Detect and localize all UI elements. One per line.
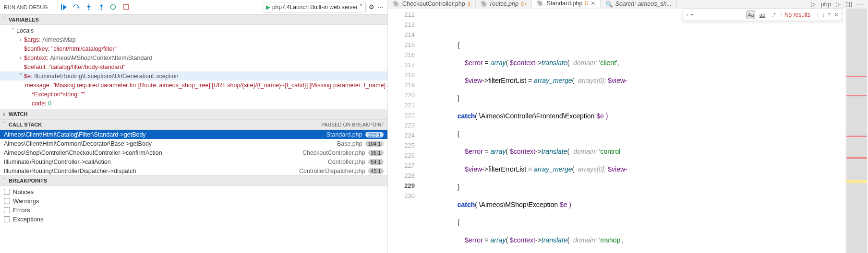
svg-point-0 (77, 7, 79, 8)
step-out-icon[interactable] (96, 2, 106, 12)
find-results: No results (781, 12, 813, 18)
previous-match-icon[interactable]: ↑ (816, 12, 819, 18)
launch-config-select[interactable]: ▶ php7.4Launch Built-in web server ˅ (263, 2, 366, 12)
step-into-icon[interactable] (84, 2, 94, 12)
php-icon[interactable]: php (820, 0, 831, 8)
var-default[interactable]: $default: "catalog/filter/body-standard" (0, 62, 387, 71)
bp-checkbox[interactable] (4, 189, 10, 195)
tab-search[interactable]: 🔍Search: aimeos_sh... (601, 0, 677, 8)
svg-rect-3 (123, 4, 129, 10)
svg-point-1 (88, 8, 89, 10)
whole-word-icon[interactable]: ab (758, 11, 767, 19)
var-exception-string[interactable]: *Exception*string: "" (0, 90, 387, 99)
split-editor-icon[interactable]: ▯▯ (845, 0, 852, 8)
paused-status: PAUSED ON BREAKPOINT (322, 122, 385, 127)
restart-icon[interactable] (109, 2, 119, 12)
variables-section-header[interactable]: ˅ VARIABLES (0, 14, 387, 25)
breakpoints-label: BREAKPOINTS (9, 178, 47, 184)
close-icon[interactable]: ✕ (834, 12, 839, 18)
debug-toolbar: RUN AND DEBUG ▶ php7.4Launch Built-in we… (0, 0, 387, 14)
find-widget: › Aa ab .* No results ↑ ↓ ≡ ✕ (683, 9, 842, 21)
callstack-label: CALL STACK (9, 122, 42, 127)
watch-section-header[interactable]: › WATCH (0, 109, 387, 119)
stack-frame[interactable]: Aimeos\Client\Html\Common\Decorator\Base… (0, 139, 387, 148)
variables-label: VARIABLES (9, 17, 39, 23)
var-exception[interactable]: ˅$e: Illuminate\Routing\Exceptions\UrlGe… (0, 71, 387, 80)
debug-php-icon[interactable]: ▷ (811, 0, 816, 8)
variables-body: ˅Locals ›$args: Aimeos\Map $confkey: "cl… (0, 25, 387, 109)
locals-scope[interactable]: ˅Locals (0, 26, 387, 35)
editor-tab-bar: 🐘CheckoutController.php3 🐘routes.php9+ 🐘… (388, 0, 868, 8)
match-case-icon[interactable]: Aa (747, 11, 755, 19)
bp-checkbox[interactable] (4, 207, 10, 213)
fold-gutter[interactable] (424, 9, 435, 253)
chevron-down-icon: ˅ (3, 121, 9, 128)
bp-warnings[interactable]: Warnings (4, 196, 384, 206)
php-icon: 🐘 (393, 0, 400, 7)
var-code[interactable]: code: 0 (0, 99, 387, 108)
find-input[interactable] (691, 12, 744, 18)
launch-config-label: php7.4Launch Built-in web server (272, 4, 358, 11)
callstack-body: Aimeos\Client\Html\Catalog\Filter\Standa… (0, 130, 387, 175)
chevron-right-icon[interactable]: › (686, 12, 688, 18)
chevron-right-icon: › (3, 110, 9, 118)
chevron-down-icon: ˅ (3, 177, 9, 184)
next-match-icon[interactable]: ↓ (822, 12, 825, 18)
editor-tab-tools: ▷ php ▷ ▯▯ ⋯ (806, 0, 868, 8)
var-context[interactable]: ›$context: Aimeos\MShop\Context\Item\Sta… (0, 53, 387, 62)
step-over-icon[interactable] (72, 2, 81, 12)
bp-notices[interactable]: Notices (4, 187, 384, 196)
stack-frame[interactable]: Aimeos\Shop\Controller\CheckoutControlle… (0, 148, 387, 157)
stack-frame[interactable]: Illuminate\Routing\ControllerDispatcher-… (0, 166, 387, 175)
var-args[interactable]: ›$args: Aimeos\Map (0, 35, 387, 44)
watch-label: WATCH (9, 111, 28, 117)
run-debug-title: RUN AND DEBUG (4, 4, 51, 10)
var-message[interactable]: message: "Missing required parameter for… (0, 80, 387, 90)
stack-frame[interactable]: Aimeos\Client\Html\Catalog\Filter\Standa… (0, 130, 387, 139)
breakpoints-section-header[interactable]: ˅ BREAKPOINTS (0, 175, 387, 186)
stop-icon[interactable] (121, 2, 131, 12)
var-confkey[interactable]: $confkey: "client/html/catalog/filter" (0, 44, 387, 53)
bp-exceptions[interactable]: Exceptions (4, 215, 384, 224)
svg-point-2 (100, 8, 102, 10)
debug-console-icon[interactable]: ▷ (836, 0, 841, 8)
chevron-down-icon: ˅ (360, 4, 362, 11)
code-editor[interactable]: › Aa ab .* No results ↑ ↓ ≡ ✕ { $error =… (435, 9, 845, 253)
search-icon: 🔍 (605, 0, 613, 8)
bp-checkbox[interactable] (4, 198, 10, 204)
toolbar-divider (55, 3, 55, 12)
minimap[interactable] (845, 9, 868, 253)
php-icon: 🐘 (481, 0, 488, 7)
tab-checkoutcontroller[interactable]: 🐘CheckoutController.php3 (388, 0, 476, 8)
tab-standard[interactable]: 🐘Standard.php5✕ (532, 0, 600, 8)
more-icon[interactable]: ⋯ (857, 0, 863, 8)
callstack-section-header[interactable]: ˅ CALL STACK PAUSED ON BREAKPOINT (0, 119, 387, 130)
bp-errors[interactable]: Errors (4, 206, 384, 215)
tab-routes[interactable]: 🐘routes.php9+ (476, 0, 532, 8)
gear-icon[interactable]: ⚙ (369, 3, 374, 11)
chevron-down-icon: ˅ (3, 16, 9, 23)
more-icon[interactable]: ⋯ (377, 3, 384, 11)
play-icon: ▶ (266, 4, 270, 11)
bp-checkbox[interactable] (4, 216, 10, 222)
php-icon: 🐘 (537, 0, 544, 7)
find-in-selection-icon[interactable]: ≡ (828, 12, 831, 18)
close-icon[interactable]: ✕ (591, 0, 595, 7)
continue-icon[interactable] (59, 2, 69, 12)
line-gutter[interactable]: 212 213 214 215 216 217 218 219 220 221 … (388, 9, 424, 253)
breakpoints-body: Notices Warnings Errors Exceptions (0, 186, 387, 225)
regex-icon[interactable]: .* (770, 11, 778, 19)
stack-frame[interactable]: Illuminate\Routing\Controller->callActio… (0, 157, 387, 166)
